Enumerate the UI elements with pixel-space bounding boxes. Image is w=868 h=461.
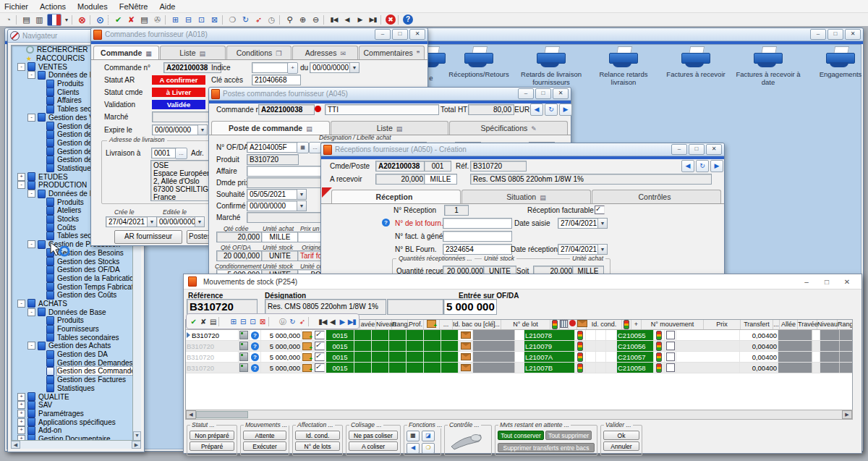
separator[interactable]: [165, 15, 168, 25]
tree-horizontal-scrollbar[interactable]: ◀ ▶: [11, 440, 141, 449]
ar-fournisseur-button[interactable]: AR fournisseur: [114, 230, 182, 244]
tree-item[interactable]: + Applications spécifiques: [12, 418, 140, 426]
minimize-button[interactable]: –: [810, 29, 826, 40]
tree-item[interactable]: Tables secondaires: [12, 333, 140, 342]
tree-expander[interactable]: [38, 80, 44, 87]
p254-titlebar[interactable]: Mouvements de stock (P254) – □ ✕: [184, 274, 861, 289]
minimize-button[interactable]: –: [671, 144, 687, 155]
tree-expander[interactable]: [38, 334, 44, 341]
separator[interactable]: [323, 15, 326, 25]
separator[interactable]: [279, 15, 282, 25]
non-prepare-button[interactable]: Non préparé: [190, 431, 234, 440]
nav-prev-icon[interactable]: ◀: [341, 14, 352, 25]
tree-expander[interactable]: [38, 106, 44, 112]
ref-field[interactable]: B310720: [470, 161, 527, 172]
tree-expander[interactable]: -: [17, 181, 25, 189]
dropdown-arrow-icon[interactable]: ▼: [197, 125, 207, 135]
tree-expander[interactable]: -: [17, 63, 25, 71]
minimize-button[interactable]: –: [375, 29, 391, 40]
record-delete-icon[interactable]: ⊠: [209, 14, 220, 25]
ne-pas-coliser-button[interactable]: Ne pas coliser: [349, 431, 398, 440]
fact-a-generer-field[interactable]: [443, 231, 512, 242]
print-icon[interactable]: ▤: [139, 14, 150, 25]
tree-item[interactable]: + Paramétrages: [12, 410, 140, 418]
tree-expander[interactable]: [17, 46, 24, 53]
col-dots[interactable]: ...: [440, 320, 453, 329]
maximize-button[interactable]: □: [827, 29, 843, 40]
refresh-icon[interactable]: ↻: [289, 316, 297, 327]
table-row[interactable]: B310720 ? 5 000,000 0015 L210079: [186, 341, 852, 352]
livraison-browse-button[interactable]: ...: [175, 148, 187, 159]
scroll-right-icon[interactable]: ▶: [842, 410, 852, 419]
menu-item[interactable]: Actions: [40, 2, 66, 11]
cancel-icon[interactable]: ✘: [126, 14, 137, 25]
tree-expander[interactable]: -: [27, 114, 35, 122]
tree-expander[interactable]: [38, 131, 44, 138]
ofda-grid-button[interactable]: ▦: [297, 142, 309, 153]
tree-expander[interactable]: [38, 376, 44, 383]
tree-item[interactable]: Gestion des Demandes de P: [12, 358, 140, 367]
a018-titlebar[interactable]: Commandes fournisseur (A018) – □ ✕: [91, 28, 427, 41]
stop-icon[interactable]: ⊗: [77, 14, 88, 25]
du-date-field[interactable]: 00/00/0000▼: [310, 62, 359, 73]
ofda-field[interactable]: A2104005F: [247, 142, 299, 153]
refresh-icon[interactable]: ↻: [696, 160, 709, 172]
info-icon[interactable]: ?: [251, 364, 259, 372]
tree-expander[interactable]: +: [17, 401, 25, 409]
maximize-button[interactable]: □: [689, 144, 705, 155]
report-shortcut[interactable]: Factures à recevoir à date: [732, 46, 804, 86]
editee-le-field[interactable]: 00/00/0000▼: [156, 216, 205, 227]
dropdown-arrow-icon[interactable]: ▼: [597, 219, 607, 228]
close-red-icon[interactable]: ✖: [386, 14, 396, 25]
prepare-button[interactable]: Préparé: [190, 441, 234, 451]
a-recevoir-field[interactable]: 20,000: [375, 174, 426, 185]
tree-expander[interactable]: [38, 123, 44, 130]
qte-ofda-field[interactable]: 20 000,000: [216, 250, 263, 261]
tree-item[interactable]: Gestion des Commandes: [12, 367, 140, 376]
souhaite-field[interactable]: 05/05/2021▼: [247, 189, 307, 200]
tree-expander[interactable]: [38, 165, 44, 172]
tree-expander[interactable]: [38, 258, 44, 265]
tree-expander[interactable]: [38, 232, 44, 239]
nav-prev-icon[interactable]: ◀: [681, 160, 694, 172]
num-lots-button[interactable]: N° de lots: [295, 441, 340, 451]
col-bac[interactable]: Id. bac ou [clé]: [453, 320, 493, 329]
nav-last-icon[interactable]: ▶▮: [348, 316, 356, 327]
tree-item[interactable]: + QUALITE: [12, 392, 140, 401]
info-icon[interactable]: ?: [251, 342, 259, 350]
tree-expander[interactable]: [38, 224, 44, 231]
tree-expander[interactable]: [38, 317, 44, 323]
confirme-field[interactable]: 00/00/0000▼: [247, 200, 307, 211]
tree-item[interactable]: + Add-on: [12, 426, 140, 435]
tree-item[interactable]: Gestion Temps Fabrication: [12, 282, 140, 291]
pin-icon[interactable]: ➶: [253, 14, 264, 25]
reference-field[interactable]: B310720: [187, 299, 258, 315]
select-checkbox[interactable]: [666, 363, 675, 372]
tree-expander[interactable]: [38, 351, 44, 358]
dropdown-arrow-icon[interactable]: ▼: [349, 63, 359, 72]
print-preview-icon[interactable]: ▥: [34, 14, 45, 25]
tree-item[interactable]: Fournisseurs: [12, 325, 140, 334]
separator[interactable]: [72, 15, 75, 25]
unite-stock-field[interactable]: UNITE: [261, 250, 299, 261]
annuler-button[interactable]: Annuler: [603, 441, 639, 451]
report-shortcut[interactable]: Factures à recevoir: [660, 46, 732, 86]
produit-field[interactable]: B310720: [247, 154, 299, 165]
dropdown-arrow-icon[interactable]: ▼: [597, 245, 607, 254]
barcode-scanner-image[interactable]: [447, 431, 485, 451]
indice-plus-button[interactable]: +: [287, 62, 298, 74]
qte-cdee-field[interactable]: 20,000: [216, 232, 263, 242]
menu-item[interactable]: FeNêtre: [119, 2, 148, 11]
separator[interactable]: [90, 15, 93, 25]
dropdown-arrow-icon[interactable]: ▼: [297, 201, 306, 211]
col-dots[interactable]: ...: [493, 320, 501, 329]
record-up-icon[interactable]: ⊟: [183, 14, 194, 25]
report-shortcut[interactable]: Engagements: [804, 46, 868, 86]
scrollbar-thumb[interactable]: [196, 411, 248, 418]
col-prix[interactable]: Prix: [704, 320, 741, 329]
cmde-field[interactable]: A202100038: [375, 161, 426, 172]
scroll-right-icon[interactable]: ▶: [132, 441, 141, 449]
livraison-field[interactable]: 0001: [151, 148, 177, 158]
indice-field[interactable]: [252, 62, 289, 73]
separator[interactable]: [308, 317, 317, 326]
